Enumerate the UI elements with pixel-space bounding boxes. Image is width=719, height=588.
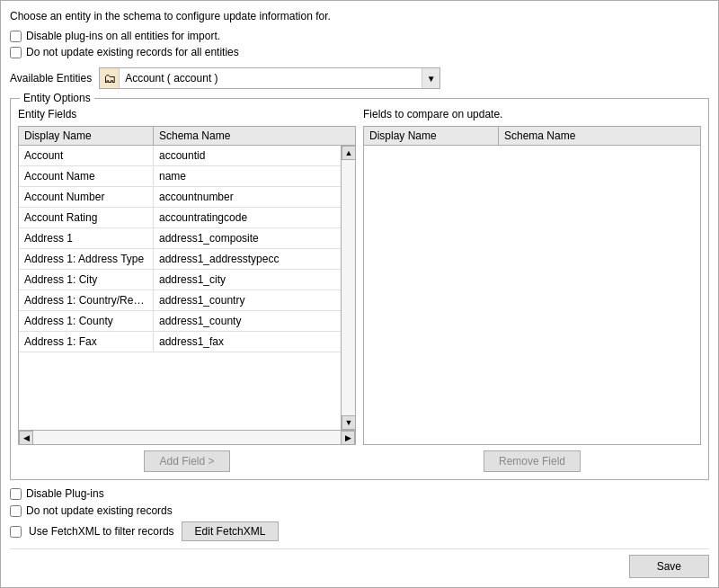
scroll-up-btn[interactable]: ▲ [342,146,355,160]
cell-schema-name: address1_fax [154,332,341,352]
add-field-button[interactable]: Add Field > [144,450,229,472]
cell-display-name: Account [19,146,154,165]
cell-display-name: Address 1: Fax [19,332,154,352]
main-container: Choose an entity in the schema to config… [0,0,719,588]
top-description: Choose an entity in the schema to config… [10,10,709,22]
remove-field-row: Remove Field [363,450,701,472]
right-table-body [364,146,700,444]
scroll-track[interactable] [342,160,355,415]
cell-display-name: Address 1 [19,228,154,248]
entity-fields-label: Entity Fields [18,108,356,120]
right-panel: Display Name Schema Name Remove Field [363,126,701,472]
cell-schema-name: address1_composite [154,228,341,248]
fields-compare-label: Fields to compare on update. [363,108,701,120]
cell-schema-name: address1_addresstypecc [154,249,341,269]
dropdown-arrow-icon[interactable]: ▼ [422,68,439,88]
fetch-xml-row: Use FetchXML to filter records Edit Fetc… [10,521,709,541]
left-col-schema-header: Schema Name [154,127,355,145]
left-table-header: Display Name Schema Name [19,127,355,146]
fields-panels: Display Name Schema Name Accountaccounti… [18,126,701,472]
entity-options-group: Entity Options Entity Fields Fields to c… [10,98,709,480]
left-table-inner: Display Name Schema Name Accountaccounti… [19,127,355,444]
cell-display-name: Address 1: County [19,311,154,331]
cell-schema-name: accountnumber [154,187,341,207]
table-row[interactable]: Address 1: Cityaddress1_city [19,270,341,290]
left-table-body: AccountaccountidAccount NamenameAccount … [19,146,341,430]
cell-display-name: Address 1: Address Type [19,249,154,269]
global-disable-plugins-label: Disable plug-ins on all entities for imp… [26,30,220,42]
table-row[interactable]: Account Ratingaccountratingcode [19,208,341,228]
save-button[interactable]: Save [629,555,709,578]
fetch-xml-label: Use FetchXML to filter records [29,525,174,538]
cell-display-name: Address 1: Country/Region [19,290,154,310]
table-row[interactable]: Account Numberaccountnumber [19,187,341,208]
left-vertical-scrollbar[interactable]: ▲ ▼ [341,146,355,430]
left-horizontal-scrollbar[interactable]: ◀ ▶ [19,430,355,444]
table-row[interactable]: Accountaccountid [19,146,341,166]
entity-dropdown[interactable]: 🗂 Account ( account ) ▼ [99,67,440,89]
global-no-update-row: Do not update existing records for all e… [10,46,709,58]
cell-schema-name: address1_county [154,311,341,331]
global-no-update-label: Do not update existing records for all e… [26,46,239,58]
global-checkboxes: Disable plug-ins on all entities for imp… [10,30,709,58]
remove-field-button[interactable]: Remove Field [484,450,581,472]
left-col-display-header: Display Name [19,127,154,145]
entity-options-legend: Entity Options [20,92,94,104]
right-col-display-header: Display Name [364,127,499,145]
table-row[interactable]: Account Namename [19,166,341,187]
cell-schema-name: accountratingcode [154,208,341,227]
cell-schema-name: address1_country [154,290,341,310]
right-table-header: Display Name Schema Name [364,127,700,146]
no-update-label: Do not update existing records [26,504,173,517]
cell-schema-name: address1_city [154,270,341,290]
entity-dropdown-text: Account ( account ) [120,72,422,85]
table-row[interactable]: Address 1address1_composite [19,228,341,249]
scroll-down-btn[interactable]: ▼ [342,415,355,430]
scroll-left-btn[interactable]: ◀ [19,431,33,445]
cell-display-name: Address 1: City [19,270,154,290]
global-no-update-checkbox[interactable] [10,47,22,58]
table-row[interactable]: Address 1: Country/Regionaddress1_countr… [19,290,341,311]
cell-schema-name: accountid [154,146,341,165]
right-table-container: Display Name Schema Name [363,126,701,445]
bottom-checkboxes: Disable Plug-ins Do not update existing … [10,487,709,541]
entity-icon: 🗂 [100,68,120,88]
disable-plugins-checkbox[interactable] [10,488,22,500]
cell-display-name: Account Number [19,187,154,207]
left-panel: Display Name Schema Name Accountaccounti… [18,126,356,472]
left-table-container: Display Name Schema Name Accountaccounti… [18,126,356,445]
right-col-schema-header: Schema Name [499,127,700,145]
scroll-right-btn[interactable]: ▶ [341,431,355,445]
table-row[interactable]: Address 1: Countyaddress1_county [19,311,341,332]
add-field-row: Add Field > [18,450,356,472]
global-disable-plugins-checkbox[interactable] [10,31,22,42]
available-entities-row: Available Entities 🗂 Account ( account )… [10,67,709,89]
disable-plugins-label: Disable Plug-ins [26,487,104,500]
no-update-row: Do not update existing records [10,504,709,517]
footer-row: Save [10,548,709,578]
edit-fetchxml-button[interactable]: Edit FetchXML [182,521,280,541]
entity-options-content: Entity Fields Fields to compare on updat… [18,108,701,472]
table-row[interactable]: Address 1: Faxaddress1_fax [19,332,341,352]
cell-display-name: Account Name [19,166,154,186]
h-scroll-track[interactable] [33,431,341,444]
no-update-checkbox[interactable] [10,505,22,517]
table-row[interactable]: Address 1: Address Typeaddress1_addresst… [19,249,341,270]
available-entities-label: Available Entities [10,72,92,85]
disable-plugins-row: Disable Plug-ins [10,487,709,500]
cell-schema-name: name [154,166,341,186]
global-disable-plugins-row: Disable plug-ins on all entities for imp… [10,30,709,42]
fetch-xml-checkbox[interactable] [10,526,22,538]
cell-display-name: Account Rating [19,208,154,227]
